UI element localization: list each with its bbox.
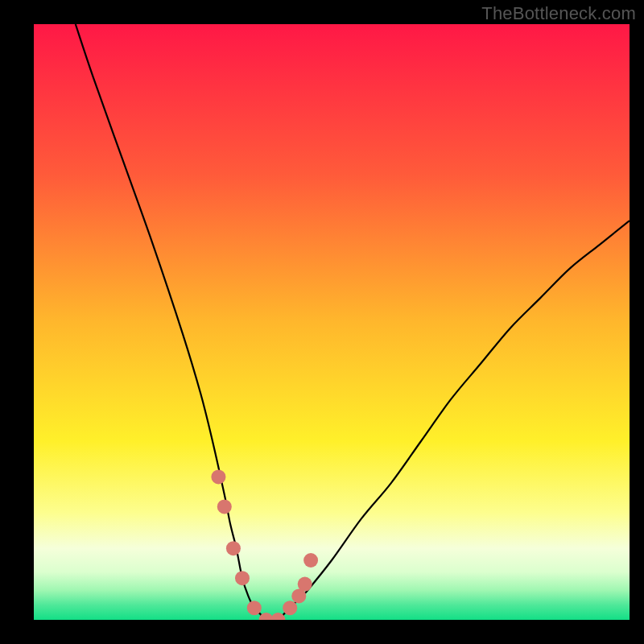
- watermark-text: TheBottleneck.com: [481, 3, 636, 24]
- marker-dot: [283, 601, 297, 615]
- marker-dot: [211, 469, 225, 484]
- marker-dot: [217, 499, 232, 514]
- marker-dot: [235, 571, 250, 585]
- marker-dot: [226, 541, 241, 555]
- marker-dot: [303, 553, 318, 568]
- marker-dot: [298, 577, 312, 592]
- plot-area: [34, 24, 630, 620]
- chart-container: TheBottleneck.com: [0, 0, 644, 644]
- bottleneck-curve: [76, 24, 630, 620]
- marker-dot: [247, 601, 262, 615]
- curve-layer: [34, 24, 630, 620]
- highlight-markers: [211, 469, 318, 620]
